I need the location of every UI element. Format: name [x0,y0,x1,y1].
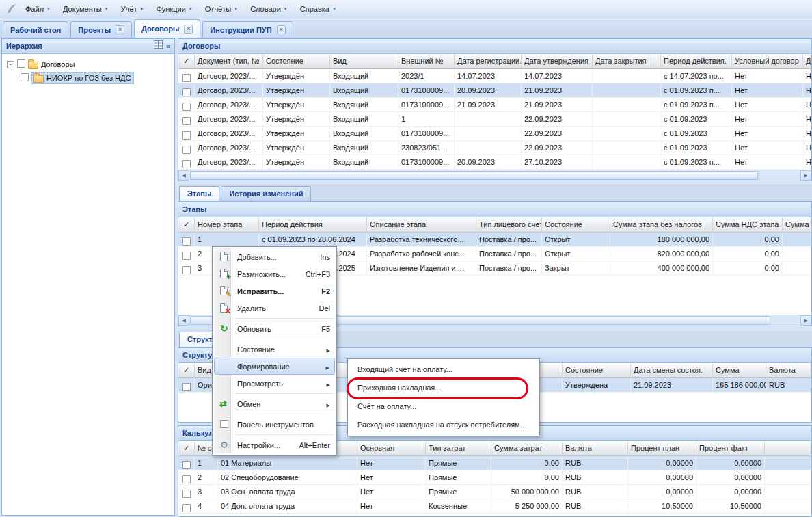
table-row[interactable]: 1 01 Материалы Нет Прямые 0,00 RUB 0,000… [178,456,811,470]
scroll-right-icon[interactable] [800,170,811,181]
column-header[interactable]: Валюта [563,441,628,455]
menu-item-formation[interactable]: Формирование [214,358,335,375]
row-checkbox-cell[interactable] [178,127,195,140]
tab-change-history[interactable]: История изменений [221,186,311,201]
column-header[interactable]: Тип лицевого счёт [476,217,542,232]
column-header[interactable]: Период действия. [661,54,732,68]
scrollbar-thumb[interactable] [190,171,758,180]
table-row[interactable]: Договор, 2023/... Утверждён Входящий 017… [178,83,811,98]
tree-item-niokr[interactable]: НИОКР по ГОЗ без НДС [4,71,172,85]
menu-item-help[interactable]: Справка [294,0,342,18]
select-all-column-header[interactable]: ✓ [178,363,195,377]
tab-desktop[interactable]: Рабочий стол [3,21,68,38]
tab-close-icon[interactable] [116,25,124,34]
column-header[interactable]: До... [803,54,811,68]
collapse-panel-icon[interactable]: « [166,39,170,53]
table-row[interactable]: Договор, 2023/... Утверждён Входящий 017… [178,127,811,141]
tab-projects[interactable]: Проекты [70,21,132,38]
horizontal-scrollbar[interactable] [178,170,811,181]
tab-contracts[interactable]: Договоры [134,19,200,38]
select-all-column-header[interactable]: ✓ [178,441,195,455]
row-checkbox-cell[interactable] [178,98,195,111]
tree-checkbox[interactable] [17,59,25,68]
column-header[interactable]: Сумма эт... [783,217,811,232]
column-header[interactable]: Тип затрат [426,441,491,455]
tab-close-icon[interactable] [277,25,286,34]
column-header[interactable]: Дата смены состоя. [631,363,713,377]
select-all-column-header[interactable]: ✓ [178,217,195,232]
tree-expander-icon[interactable]: - [7,61,14,68]
tab-stages[interactable]: Этапы [179,186,219,201]
row-checkbox[interactable] [182,490,191,498]
table-row[interactable]: 2 02 Спецоборудование Нет Прямые 0,00 RU… [178,470,811,485]
row-checkbox-cell[interactable] [178,456,195,470]
menu-item-edit[interactable]: Исправить... F2 [214,282,335,300]
table-row[interactable]: Договор, 2023/... Утверждён Входящий 230… [178,141,811,155]
column-header[interactable]: Сумма НДС этапа [713,217,783,232]
submenu-item-outgoing-note[interactable]: Расходная накладная на отпуск потребител… [349,416,538,434]
submenu-item-payment-invoice[interactable]: Счёт на оплату... [349,397,538,416]
row-checkbox[interactable] [182,475,191,483]
menu-item-dictionaries[interactable]: Словари [244,0,294,18]
row-checkbox[interactable] [182,131,191,140]
grid-view-icon[interactable] [154,39,163,53]
column-header[interactable]: Внешний № [398,54,455,68]
menu-item-toolbar-toggle[interactable]: Панель инструментов [214,416,335,433]
menu-item-reports[interactable]: Отчёты [199,0,244,18]
row-checkbox-cell[interactable] [178,378,195,392]
row-checkbox-cell[interactable] [178,485,195,499]
tree-checkbox[interactable] [21,73,29,81]
row-checkbox-cell[interactable] [178,83,195,97]
row-checkbox-cell[interactable] [178,141,195,155]
row-checkbox[interactable] [182,237,191,246]
row-checkbox[interactable] [182,117,191,125]
row-checkbox-cell[interactable] [178,261,195,275]
scroll-left-icon[interactable] [178,315,189,326]
row-checkbox[interactable] [182,504,191,512]
tree-item-contracts[interactable]: - Договоры [4,57,172,71]
table-row[interactable]: Договор, 2023/... Утверждён Входящий 017… [178,98,811,112]
column-header[interactable]: Документ (тип, № [195,54,263,68]
table-row[interactable]: Договор, 2023/... Утверждён Входящий 202… [178,69,811,83]
table-row[interactable]: 3 03 Осн. оплата труда Нет Прямые 50 000… [178,485,811,499]
menu-item-documents[interactable]: Документы [57,0,115,18]
column-header[interactable]: Период действия [259,217,367,232]
column-header[interactable]: Сумма этапа без налогов [610,217,713,232]
row-checkbox-cell[interactable] [178,470,195,484]
row-checkbox-cell[interactable] [178,112,195,126]
row-checkbox[interactable] [182,266,191,274]
table-row[interactable]: 1 с 01.09.2023 по 28.06.2024 Разработка … [178,233,811,247]
tab-close-icon[interactable] [184,25,193,34]
column-header[interactable]: Дата закрытия [593,54,661,68]
row-checkbox[interactable] [182,160,191,168]
menu-item-exchange[interactable]: Обмен [214,395,335,412]
column-header[interactable]: Сумма [713,363,766,377]
row-checkbox[interactable] [182,461,191,469]
menu-item-settings[interactable]: Настройки... Alt+Enter [214,436,335,453]
tree-selected-node[interactable]: НИОКР по ГОЗ без НДС [31,72,134,84]
scroll-right-icon[interactable] [800,315,811,326]
column-header[interactable]: Дата регистрации. [455,54,522,68]
row-checkbox[interactable] [182,146,191,154]
column-header[interactable]: Основная [357,441,426,455]
submenu-item-receipt-note[interactable]: Приходная накладная... [349,379,538,397]
column-header[interactable]: Условный договор [732,54,803,68]
menu-item-state[interactable]: Состояние [214,341,335,358]
table-row[interactable]: Договор, 2023/... Утверждён Входящий 017… [178,155,811,170]
column-header[interactable]: Описание этапа [367,217,476,232]
column-header[interactable]: Валюта [766,363,811,377]
column-header[interactable]: Процент факт [696,441,765,455]
scroll-left-icon[interactable] [178,170,189,181]
menu-item-functions[interactable]: Функции [150,0,198,18]
row-checkbox-cell[interactable] [178,247,195,261]
row-checkbox[interactable] [182,103,191,111]
menu-item-refresh[interactable]: Обновить F5 [214,320,335,337]
column-header[interactable]: Состояние [563,363,631,377]
row-checkbox-cell[interactable] [178,499,195,513]
row-checkbox[interactable] [182,74,191,82]
column-header[interactable]: Дата утверждения [522,54,593,68]
column-header[interactable]: Состояние [542,217,610,232]
menu-item-delete[interactable]: Удалить Del [214,300,335,317]
row-checkbox[interactable] [182,88,191,96]
row-checkbox-cell[interactable] [178,155,195,169]
